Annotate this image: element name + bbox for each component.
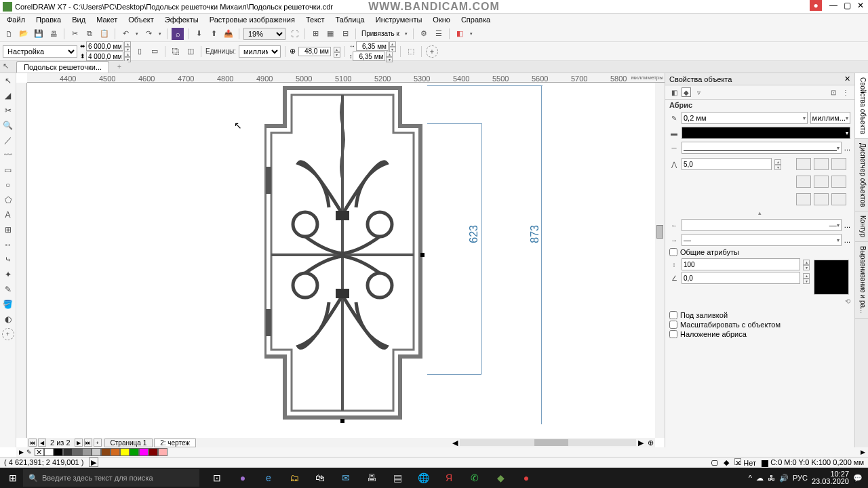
portrait-icon[interactable]: ▯ — [134, 45, 146, 58]
page-next-icon[interactable]: ▶ — [75, 439, 83, 447]
page-height[interactable] — [86, 52, 123, 61]
tray-notif-icon[interactable]: 💬 — [853, 474, 863, 483]
corner-1[interactable] — [796, 158, 811, 170]
palette-swatch[interactable] — [111, 448, 120, 456]
page-last-icon[interactable]: ⏭ — [84, 439, 92, 447]
palette-swatch[interactable] — [92, 448, 101, 456]
vertical-scrollbar[interactable] — [655, 83, 665, 438]
navigator-icon[interactable]: ⊕ — [646, 439, 655, 447]
overprint-check[interactable] — [669, 330, 677, 338]
grid-icon[interactable]: ▦ — [324, 28, 336, 40]
outline-unit[interactable]: миллим...▾ — [810, 112, 850, 124]
play-icon[interactable]: ▶ — [89, 458, 98, 467]
zoom-tool-icon[interactable]: 🔍 — [2, 119, 14, 131]
outline-style[interactable]: ▾ — [682, 142, 842, 154]
outline-style-more[interactable]: ... — [844, 144, 850, 152]
cap-1[interactable] — [796, 176, 811, 188]
page-width[interactable] — [86, 41, 123, 51]
tray-cloud-icon[interactable]: ☁ — [756, 474, 764, 483]
pos-3[interactable] — [831, 193, 846, 205]
recorder-icon[interactable]: ● — [810, 0, 822, 11]
search-icon[interactable]: ⌕ — [172, 28, 184, 40]
palette-swatch[interactable] — [120, 448, 130, 456]
arrow-end[interactable]: —▾ — [682, 234, 842, 246]
nudge-value[interactable] — [298, 47, 331, 56]
minimize-button[interactable]: — — [827, 0, 840, 11]
crop-tool-icon[interactable]: ✂ — [2, 104, 14, 117]
maximize-button[interactable]: ▢ — [841, 0, 853, 11]
docker-tab-align[interactable]: Выравнивание и ра... — [855, 242, 868, 318]
corner-3[interactable] — [831, 158, 846, 170]
palette-left-icon[interactable]: ▶ — [19, 449, 24, 455]
export-icon[interactable]: ⬆ — [208, 28, 220, 40]
palette-swatch[interactable] — [73, 448, 82, 456]
palette-swatch[interactable] — [130, 448, 139, 456]
record-icon[interactable]: ● — [514, 469, 538, 487]
all-pages-icon[interactable]: ⿻ — [170, 45, 182, 58]
pick-tool-icon[interactable]: ↖ — [2, 75, 14, 87]
save-icon[interactable]: 💾 — [33, 28, 45, 40]
yandex-icon[interactable]: Я — [437, 469, 461, 487]
menu-effects[interactable]: Эффекты — [161, 16, 203, 24]
expand-icon[interactable]: ▴ — [665, 208, 854, 218]
printer-icon[interactable]: 🖶 — [359, 469, 384, 487]
close-button[interactable]: ✕ — [854, 0, 867, 11]
palette-swatch[interactable] — [44, 448, 54, 456]
palette-swatch[interactable] — [158, 448, 167, 456]
mail-icon[interactable]: ✉ — [334, 469, 358, 487]
quick-customize-icon[interactable]: + — [426, 45, 438, 58]
current-page-icon[interactable]: ◫ — [184, 45, 197, 58]
palette-swatch[interactable] — [63, 448, 73, 456]
copy-icon[interactable]: ⧉ — [83, 28, 96, 40]
panel-opts-icon[interactable]: ⋮ — [841, 87, 850, 97]
canvas[interactable]: ↖ — [27, 83, 655, 438]
panel-close-icon[interactable]: ✕ — [844, 75, 850, 83]
add-document-tab[interactable]: + — [111, 61, 128, 73]
menu-bitmaps[interactable]: Растровые изображения — [205, 16, 299, 24]
launch-icon[interactable]: ☰ — [433, 28, 445, 40]
hscroll-left-icon[interactable]: ◀ — [450, 439, 460, 447]
edge-icon[interactable]: e — [256, 469, 281, 487]
redo-icon[interactable]: ↷ — [142, 28, 155, 40]
treat-as-filled-icon[interactable]: ⬚ — [405, 45, 417, 58]
connector-tool-icon[interactable]: ⤷ — [2, 253, 14, 266]
miter-limit[interactable] — [682, 158, 772, 170]
landscape-icon[interactable]: ▭ — [149, 45, 161, 58]
shape-tool-icon[interactable]: ◢ — [2, 89, 14, 102]
undo-dd-icon[interactable]: ▾ — [134, 28, 140, 40]
new-icon[interactable]: 🗋 — [3, 28, 15, 40]
polygon-tool-icon[interactable]: ⬠ — [2, 194, 14, 206]
tray-up-icon[interactable]: ^ — [749, 474, 752, 482]
units-select[interactable]: миллиме... — [239, 45, 281, 58]
app-purple-icon[interactable]: ● — [231, 469, 255, 487]
palette-swatch[interactable] — [54, 448, 63, 456]
palette-swatch[interactable] — [139, 448, 149, 456]
reset-nib-icon[interactable]: ⟲ — [665, 298, 854, 305]
palette-right-icon[interactable]: ▶ — [861, 449, 865, 455]
palette-swatch[interactable] — [101, 448, 111, 456]
angle-value[interactable] — [682, 272, 800, 284]
print-icon[interactable]: 🖶 — [47, 28, 60, 40]
outline-width[interactable]: 0,2 мм▾ — [682, 112, 808, 124]
store-icon[interactable]: 🛍 — [308, 469, 332, 487]
rulers-icon[interactable]: ⊞ — [309, 28, 321, 40]
redo-dd-icon[interactable]: ▾ — [157, 28, 163, 40]
docker-tab-contour[interactable]: Контур — [855, 211, 868, 242]
menu-text[interactable]: Текст — [302, 16, 329, 24]
menu-help[interactable]: Справка — [457, 16, 494, 24]
smart-tool-icon[interactable]: 〰 — [2, 149, 14, 161]
open-icon[interactable]: 📂 — [18, 28, 30, 40]
menu-tools[interactable]: Инструменты — [372, 16, 427, 24]
dimension-tool-icon[interactable]: ↔ — [2, 239, 14, 251]
pos-1[interactable] — [796, 193, 811, 205]
menu-table[interactable]: Таблица — [332, 16, 369, 24]
palette-pick-icon[interactable]: ✎ — [26, 449, 32, 455]
stretch-value[interactable] — [682, 258, 800, 270]
ellipse-tool-icon[interactable]: ○ — [2, 179, 14, 191]
page-prev-icon[interactable]: ◀ — [38, 439, 46, 447]
snap-dd-icon[interactable]: ▾ — [403, 28, 409, 40]
taskbar-search[interactable]: 🔍Введите здесь текст для поиска — [23, 469, 199, 487]
docker-tab-objmgr[interactable]: Диспетчер объектов — [855, 139, 868, 211]
fill-tab-icon[interactable]: ◧ — [669, 87, 679, 97]
hscroll-right-icon[interactable]: ▶ — [636, 439, 646, 447]
